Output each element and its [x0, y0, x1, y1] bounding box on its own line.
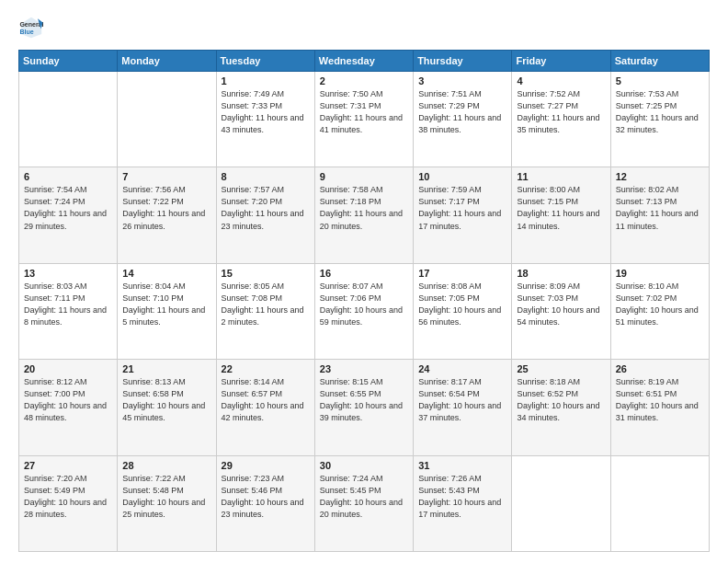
day-info: Sunrise: 8:18 AM Sunset: 6:52 PM Dayligh…: [517, 376, 605, 424]
day-cell: 26Sunrise: 8:19 AM Sunset: 6:51 PM Dayli…: [610, 360, 709, 455]
logo: General Blue: [18, 15, 48, 40]
day-cell: 10Sunrise: 7:59 AM Sunset: 7:17 PM Dayli…: [414, 167, 512, 263]
day-number: 29: [222, 460, 310, 471]
day-cell: 22Sunrise: 8:14 AM Sunset: 6:57 PM Dayli…: [216, 360, 314, 455]
day-info: Sunrise: 7:58 AM Sunset: 7:18 PM Dayligh…: [320, 184, 408, 232]
day-info: Sunrise: 7:56 AM Sunset: 7:22 PM Dayligh…: [122, 184, 210, 232]
day-cell: 21Sunrise: 8:13 AM Sunset: 6:58 PM Dayli…: [118, 360, 216, 455]
generalblue-icon: General Blue: [18, 15, 44, 40]
day-info: Sunrise: 7:51 AM Sunset: 7:29 PM Dayligh…: [418, 88, 506, 136]
day-info: Sunrise: 8:04 AM Sunset: 7:10 PM Dayligh…: [122, 281, 210, 328]
day-info: Sunrise: 8:02 AM Sunset: 7:13 PM Dayligh…: [616, 184, 704, 232]
calendar: SundayMondayTuesdayWednesdayThursdayFrid…: [18, 50, 710, 552]
day-info: Sunrise: 8:15 AM Sunset: 6:55 PM Dayligh…: [320, 376, 408, 424]
day-number: 17: [418, 268, 506, 279]
day-number: 21: [122, 363, 210, 374]
day-info: Sunrise: 7:49 AM Sunset: 7:33 PM Dayligh…: [222, 88, 310, 136]
day-info: Sunrise: 8:19 AM Sunset: 6:51 PM Dayligh…: [616, 376, 704, 424]
day-number: 28: [122, 460, 210, 471]
day-number: 22: [222, 363, 310, 374]
weekday-header-sunday: Sunday: [19, 51, 118, 72]
day-cell: 2Sunrise: 7:50 AM Sunset: 7:31 PM Daylig…: [314, 72, 413, 167]
day-cell: 8Sunrise: 7:57 AM Sunset: 7:20 PM Daylig…: [216, 167, 314, 263]
day-cell: [610, 455, 709, 551]
day-cell: 17Sunrise: 8:08 AM Sunset: 7:05 PM Dayli…: [414, 263, 512, 359]
day-cell: 19Sunrise: 8:10 AM Sunset: 7:02 PM Dayli…: [610, 263, 709, 359]
day-cell: 7Sunrise: 7:56 AM Sunset: 7:22 PM Daylig…: [118, 167, 216, 263]
day-cell: 5Sunrise: 7:53 AM Sunset: 7:25 PM Daylig…: [610, 72, 709, 167]
day-info: Sunrise: 7:23 AM Sunset: 5:46 PM Dayligh…: [222, 473, 310, 521]
week-row-3: 13Sunrise: 8:03 AM Sunset: 7:11 PM Dayli…: [19, 263, 710, 359]
day-number: 10: [418, 171, 506, 182]
day-cell: 30Sunrise: 7:24 AM Sunset: 5:45 PM Dayli…: [314, 455, 413, 551]
week-row-5: 27Sunrise: 7:20 AM Sunset: 5:49 PM Dayli…: [19, 455, 710, 551]
calendar-header-row: SundayMondayTuesdayWednesdayThursdayFrid…: [19, 51, 710, 72]
day-info: Sunrise: 8:09 AM Sunset: 7:03 PM Dayligh…: [517, 281, 605, 328]
day-info: Sunrise: 8:03 AM Sunset: 7:11 PM Dayligh…: [24, 281, 112, 328]
day-cell: 3Sunrise: 7:51 AM Sunset: 7:29 PM Daylig…: [414, 72, 512, 167]
day-number: 6: [24, 171, 112, 182]
day-info: Sunrise: 7:57 AM Sunset: 7:20 PM Dayligh…: [222, 184, 310, 232]
day-cell: 6Sunrise: 7:54 AM Sunset: 7:24 PM Daylig…: [19, 167, 118, 263]
weekday-header-saturday: Saturday: [610, 51, 709, 72]
day-cell: [512, 455, 610, 551]
day-info: Sunrise: 8:10 AM Sunset: 7:02 PM Dayligh…: [616, 281, 704, 328]
day-number: 7: [122, 171, 210, 182]
weekday-header-wednesday: Wednesday: [314, 51, 413, 72]
weekday-header-thursday: Thursday: [414, 51, 512, 72]
day-cell: 13Sunrise: 8:03 AM Sunset: 7:11 PM Dayli…: [19, 263, 118, 359]
day-info: Sunrise: 7:26 AM Sunset: 5:43 PM Dayligh…: [418, 473, 506, 521]
day-cell: [19, 72, 118, 167]
day-number: 1: [222, 75, 310, 86]
weekday-header-monday: Monday: [118, 51, 216, 72]
page: General Blue SundayMondayTuesdayWednesda…: [0, 0, 728, 563]
week-row-2: 6Sunrise: 7:54 AM Sunset: 7:24 PM Daylig…: [19, 167, 710, 263]
day-cell: 20Sunrise: 8:12 AM Sunset: 7:00 PM Dayli…: [19, 360, 118, 455]
day-number: 26: [616, 363, 704, 374]
day-cell: 23Sunrise: 8:15 AM Sunset: 6:55 PM Dayli…: [314, 360, 413, 455]
day-cell: 11Sunrise: 8:00 AM Sunset: 7:15 PM Dayli…: [512, 167, 610, 263]
day-number: 14: [122, 268, 210, 279]
day-info: Sunrise: 7:20 AM Sunset: 5:49 PM Dayligh…: [24, 473, 112, 521]
day-number: 25: [517, 363, 605, 374]
day-number: 12: [616, 171, 704, 182]
day-number: 16: [320, 268, 408, 279]
day-cell: 24Sunrise: 8:17 AM Sunset: 6:54 PM Dayli…: [414, 360, 512, 455]
svg-text:Blue: Blue: [19, 29, 33, 35]
day-number: 8: [222, 171, 310, 182]
day-cell: 16Sunrise: 8:07 AM Sunset: 7:06 PM Dayli…: [314, 263, 413, 359]
day-number: 27: [24, 460, 112, 471]
day-cell: 4Sunrise: 7:52 AM Sunset: 7:27 PM Daylig…: [512, 72, 610, 167]
day-number: 18: [517, 268, 605, 279]
day-info: Sunrise: 8:17 AM Sunset: 6:54 PM Dayligh…: [418, 376, 506, 424]
day-number: 19: [616, 268, 704, 279]
day-cell: 12Sunrise: 8:02 AM Sunset: 7:13 PM Dayli…: [610, 167, 709, 263]
day-cell: 9Sunrise: 7:58 AM Sunset: 7:18 PM Daylig…: [314, 167, 413, 263]
day-info: Sunrise: 8:00 AM Sunset: 7:15 PM Dayligh…: [517, 184, 605, 232]
day-number: 4: [517, 75, 605, 86]
day-number: 3: [418, 75, 506, 86]
header: General Blue: [18, 15, 710, 40]
day-number: 24: [418, 363, 506, 374]
day-cell: 1Sunrise: 7:49 AM Sunset: 7:33 PM Daylig…: [216, 72, 314, 167]
day-cell: 18Sunrise: 8:09 AM Sunset: 7:03 PM Dayli…: [512, 263, 610, 359]
day-info: Sunrise: 8:08 AM Sunset: 7:05 PM Dayligh…: [418, 281, 506, 328]
day-number: 15: [222, 268, 310, 279]
day-number: 9: [320, 171, 408, 182]
day-info: Sunrise: 8:07 AM Sunset: 7:06 PM Dayligh…: [320, 281, 408, 328]
day-info: Sunrise: 7:24 AM Sunset: 5:45 PM Dayligh…: [320, 473, 408, 521]
day-number: 2: [320, 75, 408, 86]
day-number: 11: [517, 171, 605, 182]
day-cell: 29Sunrise: 7:23 AM Sunset: 5:46 PM Dayli…: [216, 455, 314, 551]
day-number: 23: [320, 363, 408, 374]
day-number: 13: [24, 268, 112, 279]
day-cell: 15Sunrise: 8:05 AM Sunset: 7:08 PM Dayli…: [216, 263, 314, 359]
day-cell: 27Sunrise: 7:20 AM Sunset: 5:49 PM Dayli…: [19, 455, 118, 551]
day-info: Sunrise: 8:14 AM Sunset: 6:57 PM Dayligh…: [222, 376, 310, 424]
day-cell: [118, 72, 216, 167]
day-number: 20: [24, 363, 112, 374]
day-cell: 25Sunrise: 8:18 AM Sunset: 6:52 PM Dayli…: [512, 360, 610, 455]
week-row-4: 20Sunrise: 8:12 AM Sunset: 7:00 PM Dayli…: [19, 360, 710, 455]
day-number: 30: [320, 460, 408, 471]
day-info: Sunrise: 8:05 AM Sunset: 7:08 PM Dayligh…: [222, 281, 310, 328]
